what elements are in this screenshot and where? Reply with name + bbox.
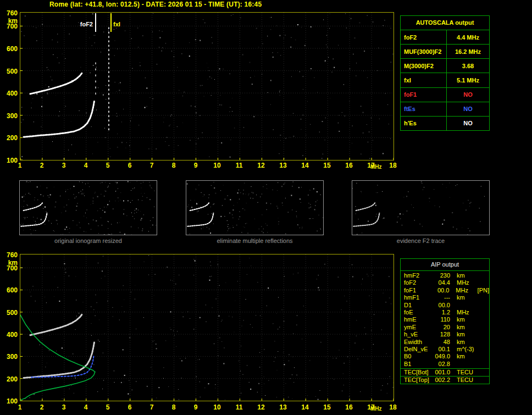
- autoscala-output-table: AUTOSCALA output foF24.4 MHzMUF(3000)F21…: [400, 15, 490, 131]
- aip-row-foF1: foF100.0MHz[PN]: [401, 287, 489, 294]
- x-axis-tick-label: 17: [364, 162, 378, 169]
- autoscala-param-label: h'Es: [401, 117, 447, 130]
- aip-param-label: ymE: [401, 324, 430, 331]
- x-axis-tick-label: 2: [35, 162, 48, 169]
- x-axis-tick-label: 2: [35, 403, 48, 411]
- autoscala-param-value: 4.4 MHz: [447, 34, 489, 41]
- thumbnail-f2-trace-evidence: [352, 180, 490, 235]
- thumbnail-caption-filtered: eliminate multiple reflections: [186, 237, 324, 244]
- x-axis-tick-label: 16: [342, 162, 356, 169]
- aip-output-table: AIP output hmF2230kmfoF204.4MHzfoF100.0M…: [400, 258, 490, 384]
- aip-param-label: foF1: [401, 287, 430, 294]
- aip-row-B1: B102.8: [401, 361, 489, 368]
- aip-param-label: hmF2: [401, 272, 430, 279]
- y-axis-tick-label: 100: [1, 397, 18, 405]
- aip-table-header: AIP output: [401, 259, 489, 271]
- aip-param-value: 00.0: [430, 287, 449, 294]
- autoscala-row-foF1: foF1NO: [401, 88, 489, 102]
- autoscala-param-value: 5.1 MHz: [447, 77, 489, 84]
- aip-param-unit: km: [450, 353, 479, 360]
- autoscala-row-ftEs: ftEsNO: [401, 102, 489, 117]
- x-axis-unit-label: MHz: [370, 406, 382, 412]
- aip-param-unit: m^(-3): [450, 346, 479, 353]
- x-axis-tick-label: 9: [189, 403, 202, 411]
- fof2-marker-line: [95, 13, 96, 32]
- aip-param-value: 20: [430, 324, 450, 331]
- aip-param-label: D1: [401, 302, 430, 309]
- x-axis-tick-label: 5: [101, 403, 114, 411]
- aip-param-flag: [479, 377, 489, 384]
- aip-row-foE: foE1.2MHz: [401, 309, 489, 316]
- fxi-marker-line: [110, 13, 112, 32]
- x-axis-tick-label: 7: [145, 162, 158, 169]
- ionogram-plot-top: foF2 fxI: [20, 12, 394, 161]
- aip-param-label: foF2: [401, 279, 430, 286]
- x-axis-tick-label: 17: [364, 403, 378, 411]
- aip-param-unit: TECU: [450, 369, 479, 376]
- aip-param-value: 00.0: [430, 302, 450, 309]
- ionogram-plot-bottom-with-profile: [20, 254, 394, 401]
- aip-row-TEC[Top]: TEC[Top]002.2TECU: [401, 376, 489, 384]
- fof2-marker-label: foF2: [73, 21, 93, 27]
- thumbnail-caption-original: original ionogram resized: [19, 237, 157, 244]
- aip-param-flag: [479, 353, 489, 360]
- aip-param-value: 1.2: [430, 309, 450, 316]
- y-axis-tick-label: 300: [1, 112, 18, 120]
- y-axis-tick-label: 600: [1, 286, 18, 294]
- aip-param-unit: km: [450, 324, 479, 331]
- aip-param-value: 00.1: [430, 346, 450, 353]
- aip-tec-rows: TEC[Bot]001.0TECUTEC[Top]002.2TECU: [401, 368, 489, 384]
- x-axis-tick-label: 8: [167, 403, 180, 411]
- autoscala-row-h'Es: h'EsNO: [401, 117, 489, 130]
- x-axis-tick-label: 1: [13, 403, 26, 411]
- x-axis-unit-label: MHz: [370, 164, 382, 170]
- aip-row-foF2: foF204.4MHz: [401, 279, 489, 286]
- x-axis-tick-label: 3: [57, 162, 70, 169]
- x-axis-tick-label: 14: [298, 403, 312, 411]
- aip-param-flag: [479, 302, 489, 309]
- y-axis-tick-label: 600: [1, 45, 18, 53]
- thumbnail-original-ionogram: [19, 180, 157, 235]
- aip-param-unit: TECU: [450, 377, 479, 384]
- autoscala-param-value: NO: [447, 91, 489, 98]
- autoscala-param-value: NO: [447, 120, 489, 126]
- y-axis-tick-label: 700: [1, 23, 18, 30]
- aip-param-flag: [479, 331, 489, 338]
- x-axis-tick-label: 10: [210, 162, 224, 169]
- aip-param-label: TEC[Bot]: [401, 369, 430, 376]
- x-axis-tick-label: 13: [276, 403, 290, 411]
- aip-param-flag: [479, 361, 489, 368]
- thumbnail-caption-f2-trace: evidence F2 trace: [352, 237, 490, 244]
- aip-row-Ewidth: Ewidth48km: [401, 339, 489, 346]
- autoscala-param-value: 3.68: [447, 63, 489, 69]
- y-axis-tick-label: 760: [1, 251, 18, 259]
- x-axis-tick-label: 1: [13, 162, 26, 169]
- x-axis-tick-label: 6: [123, 403, 136, 411]
- aip-param-flag: [479, 272, 489, 279]
- aip-param-unit: MHz: [450, 309, 479, 316]
- aip-param-value: 02.8: [430, 361, 450, 368]
- aip-row-DelN_vE: DelN_vE00.1m^(-3): [401, 346, 489, 353]
- autoscala-app-window: Rome (lat: +41.8, lon: 012.5) - DATE: 20…: [0, 0, 532, 415]
- aip-param-flag: [PN]: [478, 287, 489, 294]
- autoscala-param-label: foF1: [401, 88, 447, 102]
- autoscala-param-value: 16.2 MHz: [447, 48, 489, 55]
- aip-param-label: foE: [401, 309, 430, 316]
- aip-param-unit: km: [450, 272, 479, 279]
- aip-row-TEC[Bot]: TEC[Bot]001.0TECU: [401, 368, 489, 376]
- aip-param-unit: km: [450, 339, 479, 346]
- y-axis-tick-label: 400: [1, 331, 18, 339]
- aip-param-flag: [479, 294, 489, 301]
- thumbnail-multiple-reflections-removed: [186, 180, 324, 235]
- x-axis-tick-label: 12: [254, 403, 268, 411]
- aip-param-label: h_vE: [401, 331, 430, 338]
- aip-param-unit: MHz: [450, 279, 479, 286]
- aip-param-flag: [479, 279, 489, 286]
- aip-param-label: Ewidth: [401, 339, 430, 346]
- ionogram-canvas-bottom: [20, 254, 394, 401]
- autoscala-row-foF2: foF24.4 MHz: [401, 30, 489, 45]
- aip-param-label: B0: [401, 353, 430, 360]
- x-axis-tick-label: 15: [320, 162, 334, 169]
- y-axis-tick-label: 200: [1, 375, 18, 383]
- y-axis-tick-label: 100: [1, 157, 18, 164]
